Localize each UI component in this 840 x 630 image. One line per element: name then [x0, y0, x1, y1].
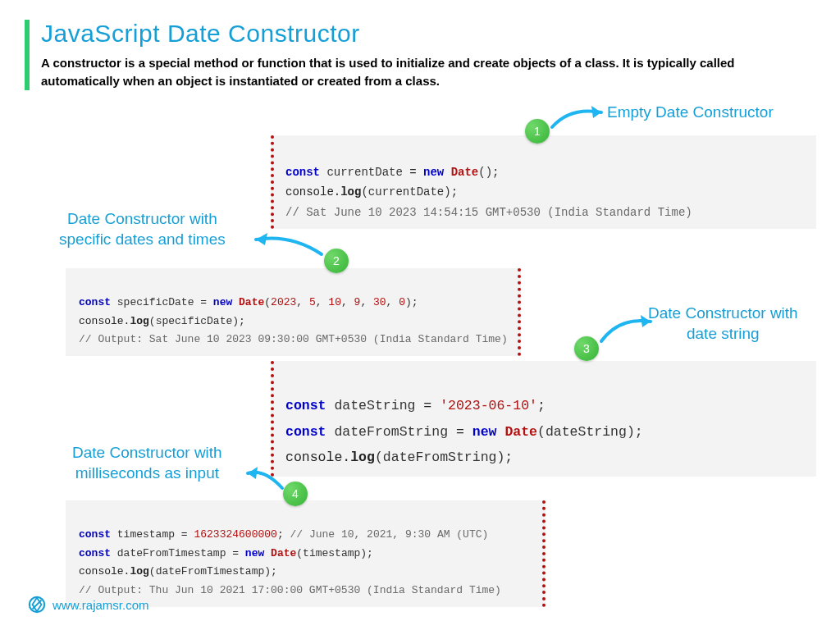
call-args: (timestamp);: [296, 547, 373, 559]
label-empty-constructor: Empty Date Constructor: [607, 103, 774, 123]
comment-output: // Sat June 10 2023 14:54:15 GMT+0530 (I…: [285, 206, 692, 219]
var-name: dateFromTimestamp: [111, 547, 232, 559]
semicolon: ;: [277, 528, 284, 541]
console-object: console.: [285, 450, 350, 465]
label-specific-dates: Date Constructor with specific dates and…: [59, 209, 226, 249]
semicolon: ;: [537, 398, 546, 413]
call-args: (dateFromString);: [375, 450, 513, 465]
class-date: Date: [451, 166, 479, 179]
keyword-new: new: [213, 296, 239, 308]
string-literal: '2023-06-10': [440, 398, 537, 413]
keyword-const: const: [79, 547, 111, 559]
comma: ,: [360, 296, 373, 308]
page-title: JavaScript Date Constructor: [41, 20, 779, 48]
code-block-1: const currentDate = new Date(); console.…: [271, 135, 816, 229]
paren-close: );: [405, 296, 418, 308]
paren-open: (: [264, 296, 271, 308]
svg-marker-2: [641, 315, 651, 327]
code-block-3: const dateString = '2023-06-10'; const d…: [271, 361, 816, 477]
comma: ,: [296, 296, 309, 308]
operator-equals: =: [409, 166, 423, 179]
header: JavaScript Date Constructor A constructo…: [25, 20, 779, 90]
comment-output: // Output: Thu Jun 10 2021 17:00:00 GMT+…: [79, 584, 501, 596]
number-literal: 2023: [271, 296, 296, 308]
class-date: Date: [239, 296, 264, 308]
svg-marker-1: [256, 233, 267, 245]
operator-equals: =: [232, 547, 245, 559]
method-log: log: [130, 565, 148, 578]
keyword-const: const: [285, 398, 326, 413]
call-args: ();: [478, 166, 499, 179]
var-name: timestamp: [111, 528, 181, 541]
operator-equals: =: [456, 424, 472, 440]
var-name: dateString: [326, 398, 424, 413]
comma: ,: [341, 296, 354, 308]
keyword-const: const: [79, 528, 111, 541]
operator-equals: =: [200, 296, 213, 308]
var-name: dateFromString: [326, 424, 456, 440]
console-object: console.: [79, 565, 130, 578]
page-subtitle: A constructor is a special method or fun…: [41, 54, 779, 90]
number-literal: 5: [309, 296, 316, 308]
var-name: specificDate: [111, 296, 200, 308]
footer: www.rajamsr.com: [28, 596, 149, 614]
console-object: console.: [79, 315, 130, 327]
keyword-new: new: [423, 166, 451, 179]
method-log: log: [340, 185, 361, 199]
footer-link[interactable]: www.rajamsr.com: [52, 598, 149, 612]
code-block-2: const specificDate = new Date(2023, 5, 1…: [66, 268, 521, 356]
comment-output: // Output: Sat June 10 2023 09:30:00 GMT…: [79, 333, 508, 345]
comma: ,: [316, 296, 329, 308]
method-log: log: [350, 450, 375, 465]
call-args: (dateFromTimestamp);: [149, 565, 277, 578]
code-block-4: const timestamp = 1623324600000; // June…: [66, 500, 546, 607]
call-args: (dateString);: [537, 424, 643, 440]
var-name: currentDate: [320, 166, 409, 179]
arrow-4: [240, 463, 289, 496]
number-literal: 0: [399, 296, 405, 308]
method-log: log: [130, 315, 148, 327]
keyword-const: const: [285, 166, 320, 179]
comma: ,: [386, 296, 399, 308]
svg-marker-3: [248, 467, 258, 479]
site-logo-icon: [28, 596, 46, 614]
keyword-const: const: [79, 296, 111, 308]
arrow-1: [546, 103, 611, 135]
operator-equals: =: [423, 398, 440, 413]
call-args: (specificDate);: [149, 315, 245, 327]
keyword-new: new: [245, 547, 271, 559]
label-date-string: Date Constructor with date string: [648, 304, 798, 344]
keyword-new: new: [472, 424, 505, 440]
number-literal: 30: [373, 296, 386, 308]
console-object: console.: [285, 185, 340, 199]
number-literal: 1623324600000: [194, 528, 276, 541]
keyword-const: const: [285, 424, 326, 440]
comment-inline: // June 10, 2021, 9:30 AM (UTC): [284, 528, 489, 541]
arrow-3: [595, 310, 660, 347]
call-args: (currentDate);: [361, 185, 458, 199]
class-date: Date: [504, 424, 537, 440]
number-literal: 10: [328, 296, 341, 308]
svg-marker-0: [591, 106, 601, 118]
operator-equals: =: [181, 528, 194, 541]
arrow-2: [246, 230, 328, 262]
class-date: Date: [271, 547, 296, 559]
label-milliseconds: Date Constructor with milliseconds as in…: [72, 443, 222, 483]
